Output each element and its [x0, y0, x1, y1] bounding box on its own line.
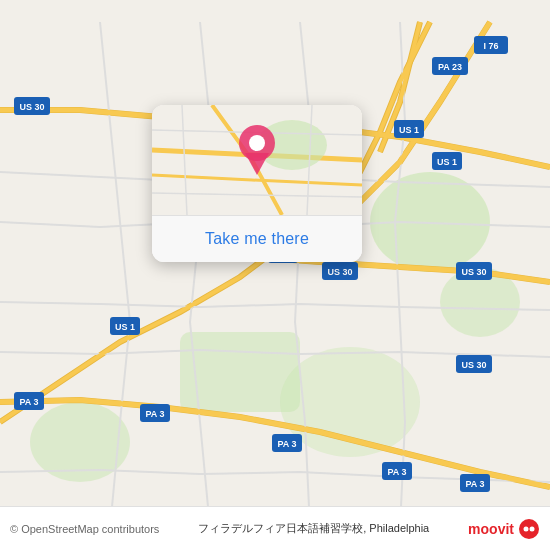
- moovit-icon: [518, 518, 540, 540]
- svg-marker-44: [245, 153, 269, 175]
- map-background: I 76 PA 23 US 30 US 1 US 1 US 1 US 30 US…: [0, 0, 550, 550]
- svg-point-46: [524, 526, 529, 531]
- svg-text:PA 23: PA 23: [438, 62, 462, 72]
- location-name: フィラデルフィア日本語補習学校, Philadelphia: [159, 521, 468, 536]
- svg-text:I 76: I 76: [483, 41, 498, 51]
- svg-text:PA 3: PA 3: [387, 467, 406, 477]
- svg-text:PA 3: PA 3: [277, 439, 296, 449]
- copyright-text: © OpenStreetMap contributors: [10, 523, 159, 535]
- card-map-area: [152, 105, 362, 215]
- moovit-logo: moovit: [468, 518, 540, 540]
- svg-point-47: [530, 526, 535, 531]
- svg-text:US 1: US 1: [437, 157, 457, 167]
- svg-point-43: [249, 135, 265, 151]
- location-card: Take me there: [152, 105, 362, 262]
- svg-text:US 30: US 30: [461, 267, 486, 277]
- svg-text:US 30: US 30: [19, 102, 44, 112]
- svg-text:US 1: US 1: [115, 322, 135, 332]
- svg-text:US 30: US 30: [461, 360, 486, 370]
- moovit-text: moovit: [468, 521, 514, 537]
- map-container: I 76 PA 23 US 30 US 1 US 1 US 1 US 30 US…: [0, 0, 550, 550]
- bottom-bar: © OpenStreetMap contributors フィラデルフィア日本語…: [0, 506, 550, 550]
- location-pin-icon: [237, 125, 277, 179]
- svg-text:PA 3: PA 3: [145, 409, 164, 419]
- svg-point-45: [519, 519, 539, 539]
- take-me-there-button[interactable]: Take me there: [152, 215, 362, 262]
- svg-text:US 30: US 30: [327, 267, 352, 277]
- svg-text:PA 3: PA 3: [19, 397, 38, 407]
- svg-text:US 1: US 1: [399, 125, 419, 135]
- svg-text:PA 3: PA 3: [465, 479, 484, 489]
